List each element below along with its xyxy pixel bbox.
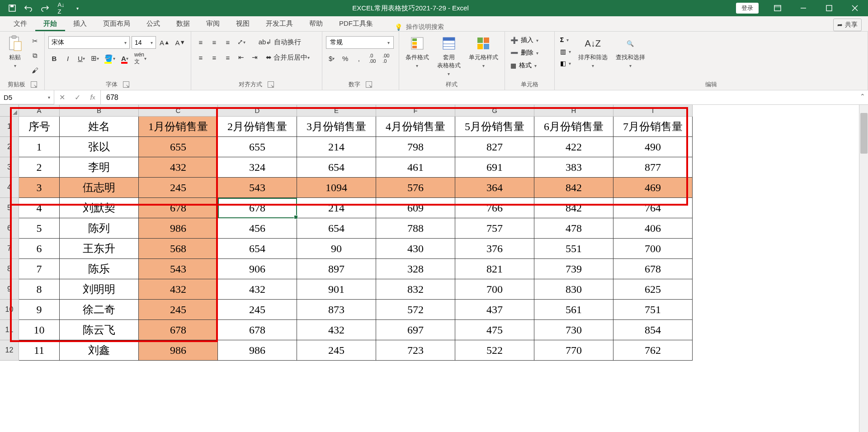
table-cell[interactable]: 422: [534, 137, 613, 157]
merge-center-button[interactable]: ⬌ 合并后居中▾: [263, 52, 313, 63]
table-cell[interactable]: 842: [534, 178, 613, 198]
table-cell[interactable]: 678: [218, 320, 297, 340]
enter-formula-button[interactable]: ✓: [70, 93, 85, 102]
phonetic-button[interactable]: wén文▾: [132, 52, 148, 64]
table-cell[interactable]: 678: [139, 320, 218, 340]
table-cell[interactable]: 432: [297, 320, 376, 340]
column-header-G[interactable]: G: [455, 105, 534, 117]
tab-developer[interactable]: 开发工具: [258, 16, 301, 31]
table-cell[interactable]: 697: [376, 320, 455, 340]
table-cell[interactable]: 432: [218, 279, 297, 300]
number-format-selector[interactable]: 常规▾: [326, 36, 394, 49]
table-cell[interactable]: 11: [19, 340, 60, 361]
table-cell[interactable]: 877: [613, 157, 693, 178]
save-button[interactable]: [5, 1, 20, 15]
table-cell[interactable]: 873: [297, 300, 376, 320]
table-cell[interactable]: 730: [534, 320, 613, 340]
table-cell[interactable]: 827: [455, 137, 534, 157]
table-cell[interactable]: 214: [297, 137, 376, 157]
table-cell[interactable]: 406: [613, 218, 693, 239]
table-cell[interactable]: 655: [139, 137, 218, 157]
table-cell[interactable]: 654: [297, 218, 376, 239]
table-cell[interactable]: 654: [218, 239, 297, 259]
cancel-formula-button[interactable]: ✕: [54, 93, 70, 102]
align-top-button[interactable]: ≡: [195, 36, 207, 48]
row-header[interactable]: 4: [0, 178, 19, 198]
login-button[interactable]: 登录: [736, 3, 759, 14]
table-cell[interactable]: 551: [534, 239, 613, 259]
table-cell[interactable]: 770: [534, 340, 613, 361]
font-color-button[interactable]: A▾: [119, 52, 131, 64]
table-cell[interactable]: 625: [613, 279, 693, 300]
table-cell[interactable]: 245: [139, 178, 218, 198]
table-cell[interactable]: 475: [455, 320, 534, 340]
qat-customize-button[interactable]: ▾: [70, 1, 85, 15]
table-cell[interactable]: 王东升: [60, 239, 139, 259]
clipboard-dialog-launcher[interactable]: [31, 81, 37, 88]
row-header[interactable]: 7: [0, 239, 19, 259]
table-cell[interactable]: 8: [19, 279, 60, 300]
table-cell[interactable]: 766: [455, 198, 534, 218]
collapse-ribbon-button[interactable]: ⌃: [858, 91, 867, 101]
row-header[interactable]: 10: [0, 300, 19, 320]
align-bottom-button[interactable]: ≡: [222, 36, 234, 48]
tab-layout[interactable]: 页面布局: [95, 16, 138, 31]
table-cell[interactable]: 764: [613, 198, 693, 218]
column-header-F[interactable]: F: [376, 105, 455, 117]
accounting-format-button[interactable]: $▾: [326, 52, 338, 64]
row-header[interactable]: 12: [0, 340, 19, 361]
cell-styles-button[interactable]: 单元格样式▾: [466, 33, 501, 70]
font-dialog-launcher[interactable]: [123, 81, 129, 88]
column-header-E[interactable]: E: [297, 105, 376, 117]
table-cell[interactable]: 245: [218, 300, 297, 320]
scrollbar-thumb[interactable]: [860, 113, 868, 154]
table-cell[interactable]: 456: [218, 218, 297, 239]
table-cell[interactable]: 376: [455, 239, 534, 259]
delete-cells-button[interactable]: ➖删除▾: [509, 48, 540, 58]
orientation-button[interactable]: ⤢▾: [236, 36, 247, 48]
italic-button[interactable]: I: [62, 52, 74, 64]
table-cell[interactable]: 543: [218, 178, 297, 198]
align-right-button[interactable]: ≡: [222, 52, 234, 63]
table-cell[interactable]: 788: [376, 218, 455, 239]
align-dialog-launcher[interactable]: [268, 81, 274, 88]
table-cell[interactable]: 700: [455, 279, 534, 300]
tab-insert[interactable]: 插入: [65, 16, 95, 31]
decrease-indent-button[interactable]: ⇤: [236, 52, 247, 63]
column-header-A[interactable]: A: [19, 105, 60, 117]
row-header[interactable]: 9: [0, 279, 19, 300]
table-cell[interactable]: 576: [376, 178, 455, 198]
table-cell[interactable]: 609: [376, 198, 455, 218]
fill-button[interactable]: ▥▾: [558, 47, 573, 56]
table-cell[interactable]: 214: [297, 198, 376, 218]
table-cell[interactable]: 901: [297, 279, 376, 300]
wrap-text-button[interactable]: ab↲ 自动换行: [255, 36, 304, 48]
find-select-button[interactable]: 🔍查找和选择▾: [613, 33, 648, 70]
table-cell[interactable]: 757: [455, 218, 534, 239]
table-cell[interactable]: 陈云飞: [60, 320, 139, 340]
table-cell[interactable]: 刘鑫: [60, 340, 139, 361]
table-cell[interactable]: 2: [19, 157, 60, 178]
table-cell[interactable]: 328: [376, 259, 455, 279]
table-cell[interactable]: 906: [218, 259, 297, 279]
table-cell[interactable]: 762: [613, 340, 693, 361]
conditional-format-button[interactable]: 条件格式▾: [403, 33, 432, 70]
row-header[interactable]: 6: [0, 218, 19, 239]
tab-pdf[interactable]: PDF工具集: [331, 16, 381, 31]
table-cell[interactable]: 654: [297, 157, 376, 178]
table-cell[interactable]: 568: [139, 239, 218, 259]
align-center-button[interactable]: ≡: [208, 52, 220, 63]
tab-file[interactable]: 文件: [5, 16, 35, 31]
formula-input[interactable]: 678: [101, 90, 868, 104]
table-cell[interactable]: 490: [613, 137, 693, 157]
sort-filter-button[interactable]: A↓Z排序和筛选▾: [576, 33, 610, 70]
undo-button[interactable]: [21, 1, 36, 15]
table-cell[interactable]: 陈乐: [60, 259, 139, 279]
table-cell[interactable]: 798: [376, 137, 455, 157]
maximize-button[interactable]: [816, 0, 841, 16]
table-cell[interactable]: 469: [613, 178, 693, 198]
table-cell[interactable]: 522: [455, 340, 534, 361]
tab-view[interactable]: 视图: [228, 16, 258, 31]
share-button[interactable]: ➦ 共享: [833, 19, 862, 31]
table-header-cell[interactable]: 6月份销售量: [534, 117, 613, 137]
